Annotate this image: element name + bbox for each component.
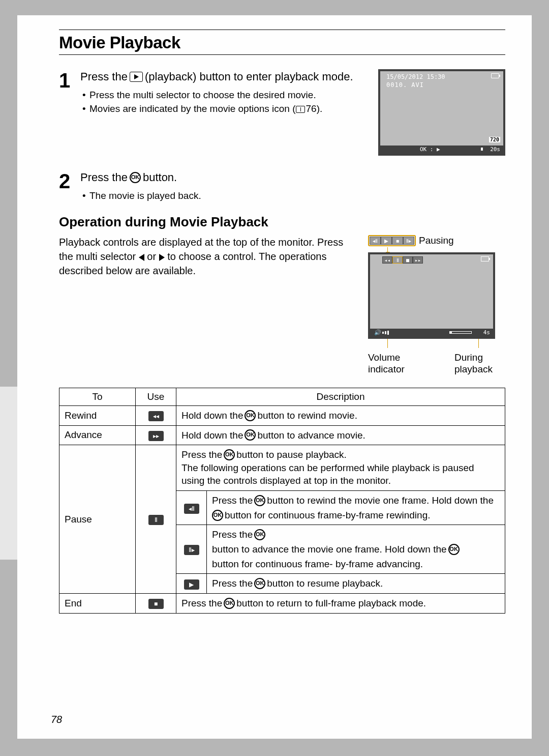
- step-1-heading: Press the (playback) button to enter pla…: [80, 69, 369, 84]
- ok-button-icon: OK: [130, 172, 141, 183]
- screen1-time: 20s: [490, 146, 500, 153]
- page-number: 78: [51, 714, 62, 725]
- step-1-bullet-1: Press the multi selector to choose the d…: [87, 89, 369, 102]
- pausing-controls-icon: ◂Ⅱ▶■Ⅱ▸: [368, 235, 416, 246]
- stop-icon: ■: [148, 599, 164, 609]
- battery-icon: [491, 73, 499, 78]
- row-rewind: Rewind ◂◂ Hold down the OK button to rew…: [59, 405, 505, 425]
- side-tab: [0, 387, 17, 560]
- advance-description: Hold down the OK button to advance movie…: [181, 429, 500, 442]
- step-2-bullet: The movie is played back.: [87, 189, 505, 202]
- operation-paragraph: Playback controls are displayed at the t…: [59, 235, 349, 278]
- frame-advance-desc: Press the OK button to advance the movie…: [212, 528, 500, 570]
- screen1-date: 15/05/2012 15:30: [386, 73, 445, 80]
- step-1: 1 Press the (playback) button to enter p…: [59, 69, 505, 156]
- callout-line-icon: [387, 339, 388, 348]
- step-2-number: 2: [59, 170, 80, 203]
- step-2: 2 Press the OK button. The movie is play…: [59, 170, 505, 203]
- ok-button-icon: OK: [212, 510, 223, 521]
- advance-icon: ▸▸: [148, 431, 164, 441]
- pausing-indicator: ◂Ⅱ▶■Ⅱ▸ Pausing: [368, 235, 505, 246]
- ok-button-icon: OK: [448, 544, 460, 555]
- playback-control-strip: ◂◂Ⅱ■▸▸: [382, 256, 423, 264]
- ok-button-icon: OK: [245, 429, 256, 441]
- screen-preview-2: ◂◂Ⅱ■▸▸ 🔊 4s: [368, 252, 495, 339]
- page-title: Movie Playback: [59, 33, 505, 52]
- screen1-progress: [481, 148, 483, 151]
- table-header-row: To Use Description: [59, 388, 505, 405]
- pause-intro: Press the OK button to pause playback.: [181, 448, 500, 461]
- ok-button-icon: OK: [224, 598, 235, 609]
- callout-line-icon: [478, 339, 479, 348]
- play-icon: ▶: [184, 579, 199, 590]
- step-1-number: 1: [59, 69, 80, 156]
- col-use: Use: [136, 388, 176, 405]
- row-pause-intro: Pause Ⅱ Press the OK button to pause pla…: [59, 445, 505, 491]
- page: Movie Playback 1 Press the (playback) bu…: [17, 15, 532, 739]
- battery-icon: [481, 256, 489, 261]
- end-desc: Press the OK button to return to full-fr…: [181, 597, 500, 610]
- frame-advance-icon: Ⅱ▸: [184, 545, 199, 555]
- frame-rewind-desc: Press the OK button to rewind the movie …: [212, 494, 500, 521]
- right-arrow-icon: [159, 254, 165, 261]
- ok-button-icon: OK: [254, 529, 265, 540]
- pause-intro-2: The following operations can be performe…: [181, 461, 500, 487]
- col-to: To: [59, 388, 136, 405]
- ok-button-icon: OK: [254, 578, 265, 589]
- step-2-heading: Press the OK button.: [80, 170, 505, 185]
- screen2-time: 4s: [483, 329, 490, 336]
- pausing-arrow-icon: [387, 247, 388, 252]
- pause-icon: Ⅱ: [148, 515, 164, 525]
- ok-button-icon: OK: [245, 410, 256, 421]
- step-1-bullet-2: Movies are indicated by the movie option…: [87, 102, 369, 115]
- resolution-badge: 720: [489, 137, 500, 142]
- screen1-file: 0010. AVI: [386, 81, 424, 89]
- rewind-icon: ◂◂: [148, 411, 164, 421]
- ok-button-icon: OK: [254, 495, 265, 506]
- page-ref-icon: [296, 106, 305, 113]
- operations-table: To Use Description Rewind ◂◂ Hold down t…: [59, 388, 505, 614]
- resume-desc: Press the OK button to resume playback.: [212, 577, 500, 590]
- playback-icon: [130, 72, 143, 82]
- screen1-ok: OK : ▶: [420, 146, 440, 153]
- left-arrow-icon: [139, 254, 144, 261]
- volume-indicator-icon: 🔊: [374, 329, 389, 336]
- screen-preview-1: 15/05/2012 15:30 0010. AVI 720 OK : ▶ 20…: [378, 69, 505, 156]
- subheading: Operation during Movie Playback: [59, 214, 505, 230]
- progress-bar: [449, 331, 472, 334]
- frame-rewind-icon: ◂Ⅱ: [184, 504, 199, 514]
- row-advance: Advance ▸▸ Hold down the OK button to ad…: [59, 425, 505, 445]
- col-description: Description: [176, 388, 505, 405]
- fig-label-volume: Volume indicator: [368, 352, 414, 375]
- fig-label-during: During playback: [454, 352, 500, 375]
- row-end: End ■ Press the OK button to return to f…: [59, 593, 505, 613]
- ok-button-icon: OK: [224, 449, 235, 460]
- rewind-description: Hold down the OK button to rewind movie.: [181, 409, 500, 422]
